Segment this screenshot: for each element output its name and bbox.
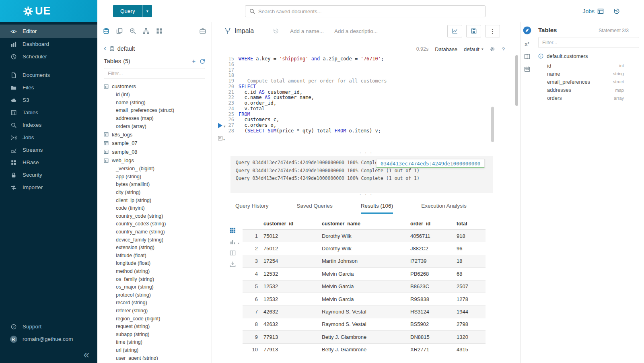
table-row[interactable]: 412532Melvin GarciaPB626868 bbox=[243, 268, 486, 280]
zoom-in-icon[interactable] bbox=[130, 28, 136, 34]
query-button[interactable]: Query ▾ bbox=[113, 5, 152, 17]
table-row[interactable]: 275012Dorothy WilkJ882C296 bbox=[243, 242, 486, 255]
columns-view-icon[interactable] bbox=[230, 250, 236, 256]
right-filter-input[interactable] bbox=[538, 37, 639, 48]
copy-icon[interactable] bbox=[116, 28, 123, 34]
superscript-icon[interactable]: x² bbox=[525, 41, 529, 47]
column-item[interactable]: region_code (bigint) bbox=[104, 315, 205, 323]
column-item[interactable]: referer (string) bbox=[104, 307, 205, 315]
chart-view-icon[interactable]: ▾ bbox=[230, 239, 236, 245]
table-item-sample-07[interactable]: sample_07 bbox=[104, 139, 205, 148]
execute-button[interactable] bbox=[218, 123, 223, 128]
sidebar-item-files[interactable]: Files bbox=[0, 81, 97, 94]
table-filter-input[interactable] bbox=[104, 68, 205, 79]
sidebar-item-security[interactable]: Security bbox=[0, 169, 97, 181]
column-item[interactable]: client_ip (string) bbox=[104, 196, 205, 204]
column-item[interactable]: country_name (string) bbox=[104, 228, 205, 236]
more-actions-button[interactable]: ⋮ bbox=[485, 25, 500, 37]
column-item-id[interactable]: idint bbox=[538, 62, 639, 70]
database-select[interactable]: default ▾ bbox=[464, 46, 484, 52]
sidebar-item-streams[interactable]: Streams bbox=[0, 144, 97, 156]
column-item-name[interactable]: namestring bbox=[538, 70, 639, 78]
table-row[interactable]: 175012Dorothy Wilk4056711918 bbox=[243, 230, 486, 242]
resize-handle-dots[interactable] bbox=[212, 151, 520, 155]
column-item-email-preferences[interactable]: email_preferencesstruct bbox=[538, 78, 639, 86]
column-item[interactable]: name (string) bbox=[104, 99, 205, 107]
column-item[interactable]: protocol (string) bbox=[104, 291, 205, 299]
column-header-order-id[interactable]: order_id bbox=[410, 221, 457, 227]
column-item[interactable]: orders (array) bbox=[104, 122, 205, 130]
column-header-customer-id[interactable]: customer_id bbox=[263, 221, 322, 227]
column-item[interactable]: email_preferences (struct) bbox=[104, 107, 205, 115]
column-item[interactable]: city (string) bbox=[104, 188, 205, 196]
jobs-link[interactable]: Jobs bbox=[582, 8, 604, 14]
query-dropdown-caret[interactable]: ▾ bbox=[142, 5, 152, 17]
calendar-icon[interactable] bbox=[524, 66, 530, 72]
table-item-sample-08[interactable]: sample_08 bbox=[104, 147, 205, 156]
download-icon[interactable] bbox=[230, 261, 236, 267]
table-item-k8s-logs[interactable]: k8s_logs bbox=[104, 130, 205, 139]
settings-gear-icon[interactable] bbox=[490, 46, 495, 52]
query-description-input[interactable] bbox=[334, 28, 379, 34]
briefcase-icon[interactable] bbox=[200, 28, 206, 34]
sidebar-item-s3[interactable]: S3 bbox=[0, 94, 97, 106]
column-item-addresses[interactable]: addressesmap bbox=[538, 86, 639, 94]
grid-icon[interactable] bbox=[156, 28, 163, 34]
column-item[interactable]: os_major (string) bbox=[104, 283, 205, 291]
grid-view-icon[interactable] bbox=[230, 227, 236, 233]
hue-logo[interactable]: UE bbox=[0, 0, 97, 22]
chart-button[interactable] bbox=[447, 25, 462, 37]
column-item[interactable]: app (string) bbox=[104, 173, 205, 181]
help-icon[interactable]: ? bbox=[502, 46, 505, 52]
column-item[interactable]: extension (string) bbox=[104, 243, 205, 252]
refresh-icon[interactable] bbox=[200, 58, 205, 64]
active-table-row[interactable]: default.customers bbox=[538, 53, 639, 59]
back-chevron-icon[interactable]: ‹ bbox=[104, 44, 107, 52]
column-item[interactable]: subapp (string) bbox=[104, 330, 205, 338]
tab-saved-queries[interactable]: Saved Queries bbox=[297, 203, 333, 214]
table-row[interactable]: 742632Raymond S. VestalHS31241944 bbox=[243, 305, 486, 318]
table-row[interactable]: 512532Melvin GarciaB8623C2507 bbox=[243, 280, 486, 293]
compass-icon[interactable] bbox=[523, 26, 531, 35]
table-row[interactable]: 317254Martin JohnsonI72T3918 bbox=[243, 255, 486, 268]
query-history-icon[interactable] bbox=[273, 28, 279, 34]
column-item[interactable]: os_family (string) bbox=[104, 275, 205, 283]
sidebar-item-documents[interactable]: Documents bbox=[0, 69, 97, 81]
column-item[interactable]: device_family (string) bbox=[104, 236, 205, 244]
column-item[interactable]: code (tinyint) bbox=[104, 204, 205, 212]
breadcrumb[interactable]: ‹ default bbox=[104, 45, 205, 52]
column-item[interactable]: record (string) bbox=[104, 299, 205, 307]
column-item[interactable]: country_code (string) bbox=[104, 212, 205, 220]
column-item[interactable]: _version_ (bigint) bbox=[104, 165, 205, 173]
add-table-icon[interactable]: + bbox=[192, 58, 195, 64]
column-item[interactable]: method (string) bbox=[104, 267, 205, 275]
snippet-settings-button[interactable]: ▾ bbox=[218, 135, 225, 141]
book-icon[interactable] bbox=[524, 54, 530, 60]
table-row[interactable]: 977913Betty J. GiambroneDN88151320 bbox=[243, 331, 486, 343]
column-item[interactable]: time (string) bbox=[104, 338, 205, 346]
sidebar-item-indexes[interactable]: Indexes bbox=[0, 119, 97, 131]
database-icon[interactable] bbox=[103, 28, 109, 34]
column-item[interactable]: latitude (float) bbox=[104, 252, 205, 260]
sidebar-item-jobs[interactable]: Jobs bbox=[0, 131, 97, 144]
history-icon[interactable] bbox=[613, 8, 620, 14]
tab-results-106[interactable]: Results (106) bbox=[361, 203, 393, 214]
query-name-input[interactable] bbox=[290, 28, 329, 34]
column-item[interactable]: id (int) bbox=[104, 91, 205, 99]
inner-scrollbar[interactable] bbox=[491, 107, 494, 142]
table-item-web-logs[interactable]: web_logs bbox=[104, 156, 205, 165]
tab-execution-analysis[interactable]: Execution Analysis bbox=[421, 203, 467, 214]
sidebar-item-user[interactable]: R romain@gethue.com bbox=[0, 333, 97, 345]
column-header-customer-name[interactable]: customer_name bbox=[322, 221, 410, 227]
editor-scrollbar[interactable] bbox=[515, 55, 518, 106]
code-editor[interactable]: 15WHERE a.key = 'shipping' and a.zip_cod… bbox=[228, 56, 508, 134]
column-item[interactable]: country_code3 (string) bbox=[104, 220, 205, 228]
sidebar-item-support[interactable]: ? Support bbox=[0, 320, 97, 333]
sidebar-item-importer[interactable]: Importer bbox=[0, 181, 97, 194]
info-icon[interactable] bbox=[538, 54, 543, 59]
table-row[interactable]: 1077913Betty J. GiambroneXR27714315 bbox=[243, 344, 486, 356]
sidebar-item-scheduler[interactable]: Scheduler bbox=[0, 50, 97, 63]
resize-handle-dots[interactable] bbox=[212, 193, 520, 197]
table-row[interactable]: 842632Raymond S. VestalBS59022798 bbox=[243, 318, 486, 331]
search-input[interactable] bbox=[258, 8, 481, 14]
